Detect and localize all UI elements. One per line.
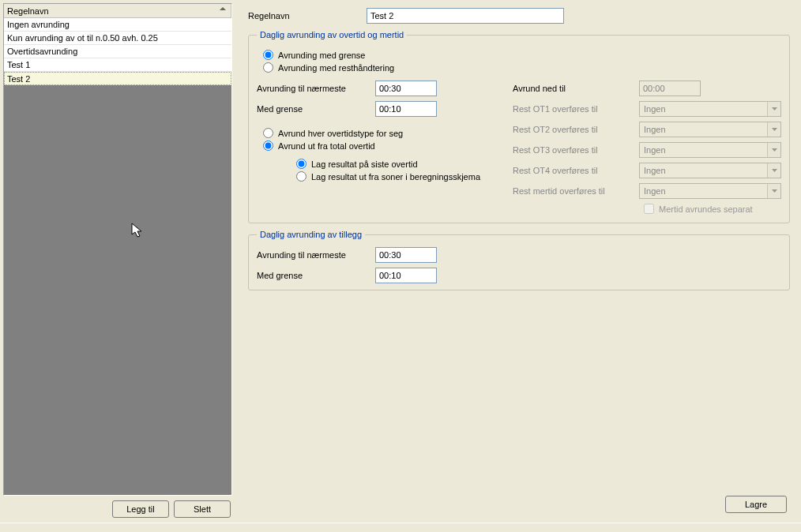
chevron-down-icon <box>767 122 780 137</box>
supplement-rounding-legend: Daglig avrunding av tillegg <box>257 230 365 239</box>
rest-transfer-combo: Ingen <box>639 101 781 117</box>
supplement-round-to-label: Avrunding til nærmeste <box>257 250 375 260</box>
overtime-rounding-group: Daglig avrunding av overtid og mertid Av… <box>248 30 790 223</box>
round-from-total-label: Avrund ut fra total overtid <box>278 141 375 151</box>
mertid-separate-checkbox <box>644 204 654 214</box>
rule-name-input[interactable] <box>367 8 564 24</box>
list-item[interactable]: Test 1 <box>4 58 231 72</box>
rest-transfer-combo: Ingen <box>639 142 781 158</box>
delete-button[interactable]: Slett <box>174 500 231 518</box>
chevron-down-icon <box>767 102 780 116</box>
round-per-type-label: Avrund hver overtidstype for seg <box>278 129 403 138</box>
result-last-overtime-radio[interactable] <box>296 159 306 169</box>
round-down-to-input <box>639 81 701 96</box>
supplement-limit-label: Med grense <box>257 271 375 280</box>
rest-transfer-value: Ingen <box>640 122 767 137</box>
rest-transfer-label: Rest mertid overføres til <box>513 186 639 196</box>
rule-name-label: Regelnavn <box>248 11 367 21</box>
list-item[interactable]: Overtidsavrunding <box>4 45 231 58</box>
rest-transfer-label: Rest OT4 overføres til <box>513 166 639 175</box>
sort-asc-icon <box>220 7 226 10</box>
list-item[interactable]: Test 2 <box>4 72 231 85</box>
list-item[interactable]: Ingen avrunding <box>4 18 231 32</box>
add-button[interactable]: Legg til <box>112 500 169 518</box>
round-down-to-label: Avrund ned til <box>513 84 639 93</box>
rest-transfer-combo: Ingen <box>639 122 781 137</box>
rest-transfer-value: Ingen <box>640 184 767 198</box>
supplement-rounding-group: Daglig avrunding av tillegg Avrunding ti… <box>248 230 790 290</box>
rule-list-empty-area <box>4 85 231 495</box>
with-limit-label: Med grense <box>257 104 375 114</box>
rest-transfer-label: Rest OT3 overføres til <box>513 145 639 155</box>
chevron-down-icon <box>767 143 780 157</box>
rule-list-header-label: Regelnavn <box>7 6 49 16</box>
rounding-with-limit-label: Avrunding med grense <box>278 51 365 60</box>
rounding-with-rest-label: Avrunding med resthåndtering <box>278 63 394 73</box>
rest-transfer-label: Rest OT1 overføres til <box>513 104 639 114</box>
save-button[interactable]: Lagre <box>725 496 787 513</box>
round-per-type-radio[interactable] <box>263 128 273 138</box>
mertid-separate-label: Mertid avrundes separat <box>659 204 753 214</box>
round-from-total-radio[interactable] <box>263 140 273 151</box>
result-last-overtime-label: Lag resultat på siste overtid <box>311 159 418 169</box>
with-limit-input[interactable] <box>375 101 437 117</box>
supplement-limit-input[interactable] <box>375 268 437 283</box>
chevron-down-icon <box>767 184 780 198</box>
rule-list-header[interactable]: Regelnavn <box>4 4 231 18</box>
status-bar <box>0 523 801 532</box>
chevron-down-icon <box>767 163 780 178</box>
supplement-round-to-input[interactable] <box>375 247 437 263</box>
rest-transfer-label: Rest OT2 overføres til <box>513 125 639 134</box>
rest-transfer-value: Ingen <box>640 163 767 178</box>
rounding-with-rest-radio[interactable] <box>263 62 273 73</box>
rest-transfer-combo: Ingen <box>639 163 781 178</box>
list-item[interactable]: Kun avrunding av ot til n.0.50 avh. 0.25 <box>4 32 231 45</box>
rounding-with-limit-radio[interactable] <box>263 50 273 60</box>
rest-transfer-value: Ingen <box>640 143 767 157</box>
round-to-nearest-label: Avrunding til nærmeste <box>257 84 375 93</box>
overtime-rounding-legend: Daglig avrunding av overtid og mertid <box>257 30 407 39</box>
round-to-nearest-input[interactable] <box>375 81 437 96</box>
rule-list[interactable]: Regelnavn Ingen avrundingKun avrunding a… <box>3 3 232 496</box>
result-from-zones-label: Lag resultat ut fra soner i beregningssk… <box>311 172 480 182</box>
rest-transfer-value: Ingen <box>640 102 767 116</box>
rest-transfer-combo: Ingen <box>639 183 781 199</box>
result-from-zones-radio[interactable] <box>296 171 306 182</box>
